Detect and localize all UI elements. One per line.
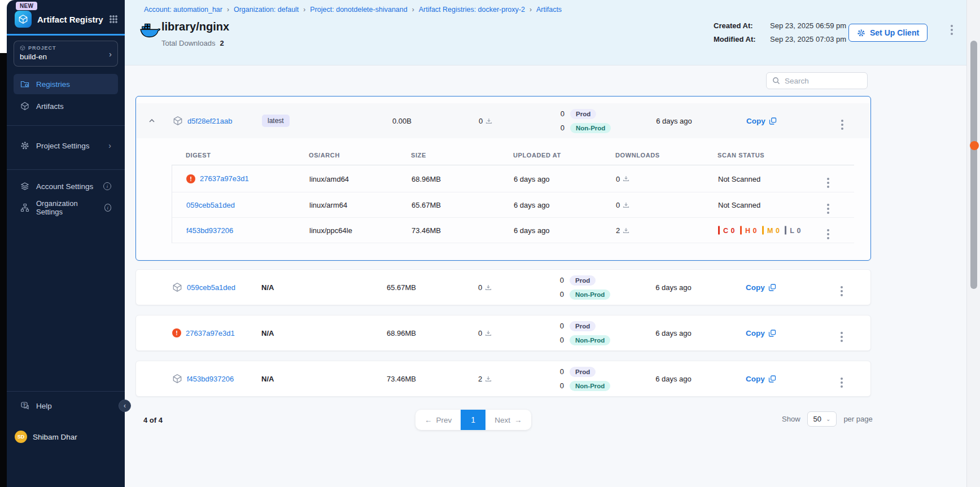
row-kebab-menu[interactable] (841, 332, 843, 334)
scan-low-count: L0 (785, 226, 801, 235)
new-badge: NEW (16, 2, 37, 10)
search-input[interactable] (785, 77, 858, 85)
scrollbar-track[interactable] (966, 0, 980, 487)
warning-icon: ! (186, 174, 195, 183)
page-size-select[interactable]: 50 ⌄ (807, 411, 837, 427)
prev-page-button[interactable]: ←Prev (415, 410, 461, 430)
os-arch-cell: linux/ppc64le (309, 226, 352, 235)
row-kebab-menu[interactable] (841, 378, 843, 380)
sidebar-item-artifacts[interactable]: Artifacts (14, 96, 118, 116)
floating-feedback-dot[interactable] (970, 141, 979, 150)
downloads-cell: 0 (478, 329, 492, 337)
digest-link[interactable]: 059ceb5a1ded (187, 283, 235, 292)
prod-badge: Prod (570, 109, 596, 119)
sidebar-item-help[interactable]: Help (14, 396, 118, 416)
header-kebab-menu[interactable] (951, 25, 953, 27)
download-icon (485, 117, 492, 124)
set-up-client-button[interactable]: Set Up Client (848, 24, 928, 42)
downloads-cell: 0 (479, 117, 492, 125)
sidebar-collapse-button[interactable]: ‹ (119, 400, 131, 412)
tag-cell: N/A (261, 375, 274, 383)
scan-medium-count: M0 (762, 226, 780, 235)
copy-icon (768, 283, 776, 291)
download-icon (485, 375, 492, 382)
app-logo-row: Artifact Registry (15, 10, 118, 28)
artifact-meta: Created At:Sep 23, 2025 06:59 pm Modifie… (714, 19, 846, 46)
main-area: Account: automation_har › Organization: … (125, 0, 966, 487)
digest-row: ! 27637a97e3d1 linux/amd64 68.96MB 6 day… (172, 165, 854, 192)
set-up-client-label: Set Up Client (870, 28, 919, 37)
size-cell: 65.67MB (412, 201, 441, 209)
row-kebab-menu[interactable] (827, 204, 829, 206)
total-downloads: Total Downloads2 (161, 39, 224, 47)
row-kebab-menu[interactable] (827, 178, 829, 180)
search-box (766, 72, 868, 89)
digest-cell: f453bd937206 (186, 226, 233, 235)
nonprod-count: 0 (554, 124, 565, 132)
row-kebab-menu[interactable] (841, 286, 843, 288)
size-cell: 68.96MB (412, 174, 441, 183)
breadcrumb-artifacts[interactable]: Artifacts (536, 6, 562, 14)
digest-link[interactable]: 059ceb5a1ded (186, 201, 235, 209)
size-cell: 73.46MB (373, 375, 430, 383)
download-icon (623, 227, 629, 234)
download-icon (623, 176, 629, 182)
page-size-control: Show 50 ⌄ per page (782, 411, 873, 427)
warning-icon: ! (172, 328, 181, 337)
help-chat-icon (20, 401, 29, 410)
artifact-card: f453bd937206 N/A 73.46MB 2 0Prod 0Non-Pr… (135, 361, 871, 397)
copy-button[interactable]: Copy (746, 117, 777, 125)
sidebar-item-organization-settings[interactable]: Organization Settings i (14, 198, 118, 218)
breadcrumb-account[interactable]: Account: automation_har (144, 6, 222, 14)
artifact-card: 059ceb5a1ded N/A 65.67MB 0 0Prod 0Non-Pr… (135, 269, 871, 305)
copy-button[interactable]: Copy (746, 375, 776, 383)
prod-badge: Prod (570, 367, 596, 377)
chevron-right-icon: › (108, 141, 111, 150)
digest-link[interactable]: d5f28ef21aab (187, 117, 233, 125)
project-selector[interactable]: PROJECT build-en › (14, 41, 118, 67)
sidebar-item-registries[interactable]: Registries (14, 74, 118, 94)
download-icon (623, 201, 629, 208)
nonprod-badge: Non-Prod (570, 289, 610, 300)
show-label: Show (782, 415, 800, 423)
user-menu[interactable]: SD Shibam Dhar (14, 431, 118, 443)
column-header: DOWNLOADS (615, 152, 660, 159)
os-arch-cell: linux/amd64 (309, 174, 349, 183)
breadcrumb-organization[interactable]: Organization: default (234, 6, 299, 14)
downloads-cell: 0 (478, 283, 492, 292)
page-size-value: 50 (813, 415, 821, 423)
apps-grid-icon[interactable] (109, 15, 118, 24)
digest-link[interactable]: f453bd937206 (186, 226, 233, 235)
total-downloads-label: Total Downloads (161, 39, 215, 47)
digest-link[interactable]: 27637a97e3d1 (186, 329, 235, 337)
row-kebab-menu[interactable] (827, 229, 829, 231)
size-cell: 68.96MB (373, 329, 430, 337)
scrollbar-thumb[interactable] (970, 41, 977, 289)
collapse-chevron-icon[interactable] (148, 117, 156, 125)
breadcrumb-registry[interactable]: Artifact Registries: docker-proxy-2 (419, 6, 525, 14)
breadcrumb-project[interactable]: Project: donotdelete-shivanand (310, 6, 407, 14)
prod-badge: Prod (570, 321, 596, 331)
digest-link[interactable]: f453bd937206 (187, 375, 234, 383)
total-downloads-value: 2 (220, 39, 224, 47)
result-count: 4 of 4 (143, 416, 163, 424)
copy-button[interactable]: Copy (746, 329, 776, 337)
nonprod-badge: Non-Prod (570, 123, 611, 133)
sidebar-item-account-settings[interactable]: Account Settings i (14, 176, 118, 196)
next-page-button[interactable]: Next→ (485, 410, 531, 430)
project-cube-icon (20, 45, 25, 51)
sidebar-item-project-settings[interactable]: Project Settings › (14, 135, 118, 156)
package-icon (172, 282, 182, 292)
copy-label: Copy (746, 117, 765, 125)
uploaded-at-cell: 6 days ago (644, 375, 703, 383)
current-page-button[interactable]: 1 (461, 410, 485, 430)
row-kebab-menu[interactable] (841, 120, 843, 122)
docker-icon (140, 20, 160, 39)
info-icon: i (104, 204, 111, 212)
scan-high-count: H0 (740, 226, 757, 235)
sidebar-item-label: Organization Settings (36, 199, 98, 216)
size-cell: 0.00B (374, 117, 430, 125)
sidebar-item-label: Artifacts (36, 102, 64, 111)
digest-link[interactable]: 27637a97e3d1 (200, 174, 249, 183)
copy-button[interactable]: Copy (746, 283, 776, 292)
